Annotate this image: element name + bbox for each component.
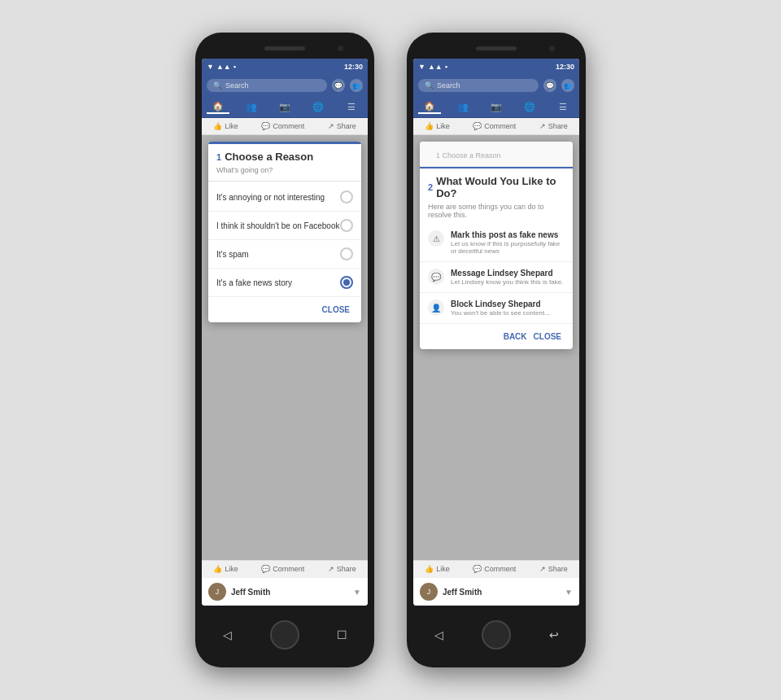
option-shouldnt[interactable]: I think it shouldn't be on Facebook xyxy=(208,212,361,240)
phone-top-right xyxy=(413,41,579,55)
screen-left: ▼ ▲▲ ▪ 12:30 🔍 Search 💬 👥 🏠 👥 📷 🌐 ☰ xyxy=(202,59,368,606)
nav-tabs-left: 🏠 👥 📷 🌐 ☰ xyxy=(202,96,368,118)
modal-box-right: 1 Choose a Reason 2 What Would You Like … xyxy=(420,142,573,349)
step-subtitle-right: Here are some things you can do to resol… xyxy=(420,203,573,224)
close-button-left[interactable]: CLOSE xyxy=(319,304,353,316)
phone-bottom-nav-right: ◁ ↩ xyxy=(413,610,579,659)
phone-left: ▼ ▲▲ ▪ 12:30 🔍 Search 💬 👥 🏠 👥 📷 🌐 ☰ xyxy=(195,33,374,667)
people-icon-right[interactable]: 👥 xyxy=(561,79,574,92)
step-number-right: 2 xyxy=(428,182,433,192)
chevron-down-right: ▼ xyxy=(565,588,573,597)
username-right: Jeff Smith xyxy=(443,588,560,597)
back-nav-left[interactable]: ◁ xyxy=(219,627,235,643)
post-actions-bottom-left: 👍Like 💬Comment ↗Share xyxy=(202,560,368,577)
option-spam[interactable]: It's spam xyxy=(208,240,361,269)
radio-spam xyxy=(340,247,353,260)
messenger-icon-left[interactable]: 💬 xyxy=(332,79,345,92)
speaker-right xyxy=(476,46,517,50)
phone-top-left xyxy=(202,41,368,55)
search-icon-left: 🔍 xyxy=(213,81,222,90)
people-icon-left[interactable]: 👥 xyxy=(350,79,363,92)
nav-home-left[interactable]: 🏠 xyxy=(207,99,229,114)
nav-home-right[interactable]: 🏠 xyxy=(418,99,441,114)
post-actions-bottom-right: 👍Like 💬Comment ↗Share xyxy=(413,560,579,577)
status-bar-right: ▼ ▲▲ ▪ 12:30 xyxy=(413,59,579,75)
divider-left xyxy=(208,181,361,182)
action-block-desc: You won't be able to see content... xyxy=(451,309,565,317)
share-action-bottom-left[interactable]: ↗Share xyxy=(328,565,356,573)
like-action-bottom-left[interactable]: 👍Like xyxy=(213,565,238,573)
post-actions-top-right: 👍Like 💬Comment ↗Share xyxy=(413,118,579,135)
like-action-top-right[interactable]: 👍Like xyxy=(425,122,450,130)
action-message[interactable]: 💬 Message Lindsey Shepard Let Lindsey kn… xyxy=(420,262,573,293)
action-fakenews-title: Mark this post as fake news xyxy=(451,230,565,239)
step-title-right: What Would You Like to Do? xyxy=(436,175,565,199)
home-nav-left[interactable] xyxy=(270,620,299,650)
block-person-icon: 👤 xyxy=(428,300,444,316)
comment-action-top-left[interactable]: 💬Comment xyxy=(261,122,304,130)
nav-tabs-right: 🏠 👥 📷 🌐 ☰ xyxy=(413,96,579,118)
step-indicator-right: 2 What Would You Like to Do? xyxy=(420,168,573,203)
chevron-down-left: ▼ xyxy=(353,588,361,597)
search-icon-right: 🔍 xyxy=(425,81,434,90)
status-time-left: 12:30 xyxy=(344,63,363,71)
battery-icon-right: ▪ xyxy=(445,63,447,71)
bars-icon-left: ▲▲ xyxy=(216,63,231,71)
back-nav-right[interactable]: ◁ xyxy=(430,627,447,643)
nav-friends-left[interactable]: 👥 xyxy=(240,99,263,114)
back-button-right[interactable]: BACK xyxy=(500,330,530,343)
search-box-left[interactable]: 🔍 Search xyxy=(207,79,327,92)
avatar-left: J xyxy=(208,583,226,601)
step-title-left: Choose a Reason xyxy=(225,151,313,163)
like-action-bottom-right[interactable]: 👍Like xyxy=(425,565,450,573)
nav-globe-left[interactable]: 🌐 xyxy=(307,99,329,114)
option-fakenews[interactable]: It's a fake news story xyxy=(208,269,361,297)
user-row-left: J Jeff Smith ▼ xyxy=(202,577,368,606)
screen-right: ▼ ▲▲ ▪ 12:30 🔍 Search 💬 👥 🏠 👥 📷 🌐 ☰ xyxy=(413,59,579,606)
nav-friends-right[interactable]: 👥 xyxy=(452,99,474,114)
nav-menu-left[interactable]: ☰ xyxy=(340,99,363,114)
search-box-right[interactable]: 🔍 Search xyxy=(418,79,539,92)
status-bar-left: ▼ ▲▲ ▪ 12:30 xyxy=(202,59,368,75)
step-subtitle-left: What's going on? xyxy=(208,166,361,179)
messenger-icon-right[interactable]: 💬 xyxy=(543,79,556,92)
nav-globe-right[interactable]: 🌐 xyxy=(518,99,541,114)
nav-photos-left[interactable]: 📷 xyxy=(273,99,296,114)
action-message-title: Message Lindsey Shepard xyxy=(451,269,565,278)
nav-photos-right[interactable]: 📷 xyxy=(485,99,508,114)
modal-footer-left: CLOSE xyxy=(208,297,361,322)
modal-overlay-right: 1 Choose a Reason 2 What Would You Like … xyxy=(413,135,579,560)
fb-header-icons-left: 💬 👥 xyxy=(332,79,363,92)
action-fakenews-desc: Let us know if this is purposefully fake… xyxy=(451,240,565,255)
share-action-top-left[interactable]: ↗Share xyxy=(328,122,356,130)
warning-icon: ⚠ xyxy=(428,230,444,247)
user-row-right: J Jeff Smith ▼ xyxy=(413,577,579,606)
nav-menu-right[interactable]: ☰ xyxy=(552,99,574,114)
option-annoying-text: It's annoying or not interesting xyxy=(216,193,340,202)
username-left: Jeff Smith xyxy=(231,588,348,597)
share-action-top-right[interactable]: ↗Share xyxy=(539,122,568,130)
action-block-title: Block Lindsey Shepard xyxy=(451,300,565,308)
square-nav-right[interactable]: ↩ xyxy=(546,627,562,643)
action-block-text: Block Lindsey Shepard You won't be able … xyxy=(451,300,565,317)
search-placeholder-left: Search xyxy=(225,81,249,90)
step-indicator-left: 1 Choose a Reason xyxy=(208,144,361,166)
comment-action-top-right[interactable]: 💬Comment xyxy=(473,122,516,130)
option-fakenews-text: It's a fake news story xyxy=(216,278,340,287)
home-nav-right[interactable] xyxy=(482,620,511,650)
option-shouldnt-text: I think it shouldn't be on Facebook xyxy=(216,221,340,230)
fb-header-icons-right: 💬 👥 xyxy=(543,79,574,92)
comment-action-bottom-left[interactable]: 💬Comment xyxy=(261,565,304,573)
action-block[interactable]: 👤 Block Lindsey Shepard You won't be abl… xyxy=(420,293,573,324)
option-spam-text: It's spam xyxy=(216,250,340,259)
comment-action-bottom-right[interactable]: 💬Comment xyxy=(473,565,516,573)
close-button-right[interactable]: CLOSE xyxy=(530,330,565,343)
option-annoying[interactable]: It's annoying or not interesting xyxy=(208,183,361,212)
action-fake-news[interactable]: ⚠ Mark this post as fake news Let us kno… xyxy=(420,224,573,262)
like-action-top-left[interactable]: 👍Like xyxy=(213,122,238,130)
share-action-bottom-right[interactable]: ↗Share xyxy=(539,565,568,573)
radio-shouldnt xyxy=(340,219,353,232)
square-nav-left[interactable]: ☐ xyxy=(334,627,351,643)
action-fakenews-text: Mark this post as fake news Let us know … xyxy=(451,230,565,255)
bars-icon-right: ▲▲ xyxy=(428,63,443,71)
